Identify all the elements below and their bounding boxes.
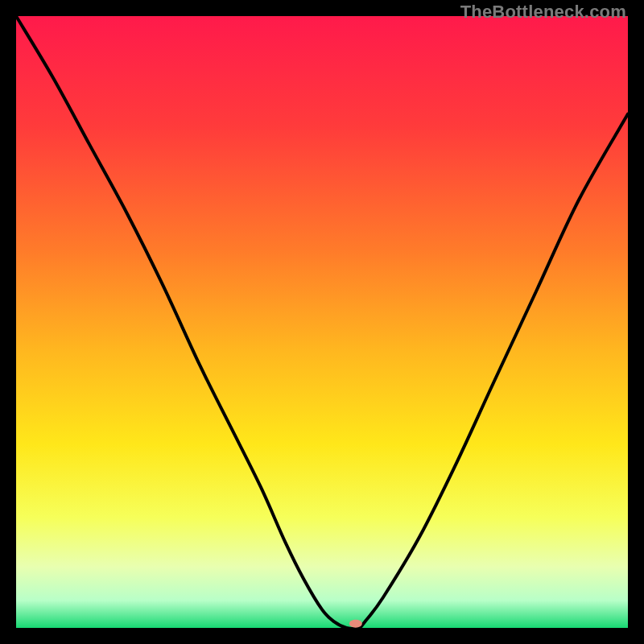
curve-layer (16, 16, 628, 628)
watermark-text: TheBottleneck.com (460, 2, 626, 23)
chart-frame: TheBottleneck.com (0, 0, 644, 644)
bottleneck-curve (16, 16, 628, 628)
optimum-marker (349, 620, 362, 628)
plot-area (16, 16, 628, 628)
